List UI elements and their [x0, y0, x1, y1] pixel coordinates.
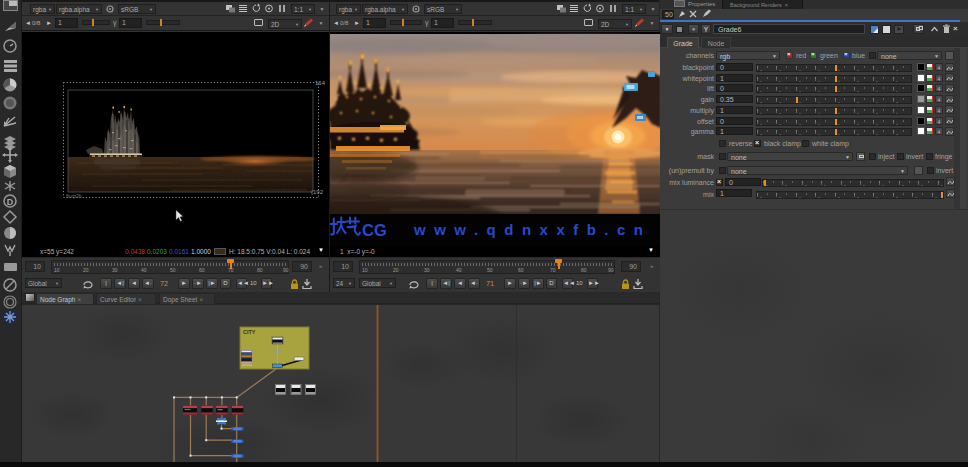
svg-text:CG: CG — [362, 221, 387, 239]
svg-text:164: 164 — [315, 80, 326, 86]
svg-text:www.qdnxxfb.cn: www.qdnxxfb.cn — [413, 221, 643, 238]
svg-text:(192: (192 — [311, 189, 324, 195]
svg-text:CITY: CITY — [243, 329, 256, 335]
svg-text:8urp2b: 8urp2b — [66, 193, 82, 199]
svg-text:D: D — [7, 197, 14, 207]
